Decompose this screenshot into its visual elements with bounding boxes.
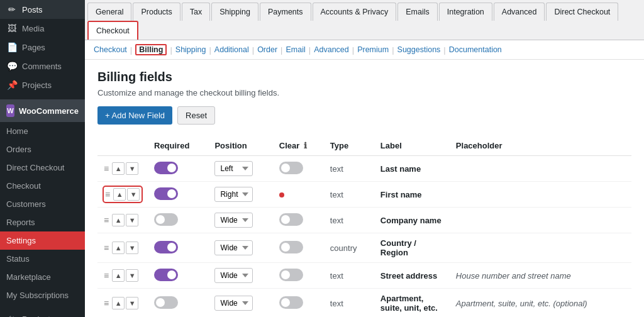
tab-payments[interactable]: Payments [260, 3, 311, 21]
position-select-last-name[interactable]: LeftRightWide [214, 161, 253, 176]
type-cell-company: text [324, 208, 374, 233]
drag-handle[interactable]: ≡ [104, 270, 109, 281]
move-up-button[interactable]: ▲ [112, 162, 125, 175]
col-controls [97, 136, 148, 156]
subtab-billing[interactable]: Billing [135, 44, 167, 55]
clear-toggle-last-name[interactable] [279, 162, 303, 174]
tab-products[interactable]: Products [133, 3, 180, 21]
move-up-button[interactable]: ▲ [112, 214, 125, 226]
tab-accounts-privacy[interactable]: Accounts & Privacy [313, 3, 397, 21]
table-row: ≡ ▲ ▼ LeftRightWidetextApartment, suite,… [97, 289, 631, 318]
comments-icon: 💬 [6, 61, 18, 71]
reset-button[interactable]: Reset [177, 106, 215, 125]
required-toggle-last-name[interactable] [154, 162, 178, 174]
move-up-button[interactable]: ▲ [113, 188, 126, 201]
sidebar-item-posts-label: Posts [22, 5, 43, 14]
required-toggle-first-name[interactable] [154, 187, 178, 200]
woo-label: WooCommerce [19, 106, 79, 116]
subtab-documentation[interactable]: Documentation [449, 45, 502, 54]
sidebar-item-direct-checkout[interactable]: Direct Checkout [0, 158, 85, 177]
clear-toggle-company[interactable] [279, 213, 303, 226]
subtab-premium[interactable]: Premium [357, 45, 389, 54]
subtab-advanced[interactable]: Advanced [314, 45, 349, 54]
required-toggle-country[interactable] [154, 241, 178, 253]
sep2: | [170, 45, 172, 55]
sidebar-item-pages[interactable]: 📄 Pages [0, 38, 85, 57]
move-up-button[interactable]: ▲ [112, 242, 125, 254]
move-up-button[interactable]: ▲ [112, 269, 125, 282]
home-label: Home [6, 126, 28, 136]
tab-shipping[interactable]: Shipping [211, 3, 258, 21]
placeholder-cell-country [450, 233, 631, 263]
move-down-button[interactable]: ▼ [126, 162, 138, 175]
tab-direct-checkout[interactable]: Direct Checkout [546, 3, 618, 21]
tab-integration[interactable]: Integration [439, 3, 492, 21]
sidebar-item-projects[interactable]: 📌 Projects [0, 75, 85, 94]
type-cell-last-name: text [324, 156, 374, 182]
drag-handle[interactable]: ≡ [104, 298, 109, 308]
subtab-suggestions[interactable]: Suggestions [397, 45, 441, 54]
sidebar-item-subscriptions[interactable]: My Subscriptions [0, 286, 85, 304]
sidebar-item-status[interactable]: Status [0, 250, 85, 268]
move-down-button[interactable]: ▼ [126, 269, 138, 282]
position-cell-last-name: LeftRightWide [208, 156, 272, 182]
sidebar-item-home[interactable]: Home [0, 122, 85, 140]
drag-handle[interactable]: ≡ [104, 215, 109, 225]
sidebar-item-marketplace[interactable]: Marketplace [0, 268, 85, 286]
reports-label: Reports [6, 218, 35, 227]
label-cell-company: Company name [374, 208, 450, 233]
sidebar-item-orders[interactable]: Orders [0, 140, 85, 158]
sidebar-item-media[interactable]: 🖼 Media [0, 19, 85, 38]
tab-checkout[interactable]: Checkout [87, 21, 138, 40]
move-down-button[interactable]: ▼ [127, 188, 140, 201]
tab-general[interactable]: General [87, 3, 131, 21]
add-new-field-button[interactable]: + Add New Field [97, 106, 172, 125]
type-cell-first-name: text [324, 182, 374, 208]
clear-toggle-street[interactable] [279, 269, 303, 281]
tab-tax[interactable]: Tax [182, 3, 210, 21]
label-cell-apartment: Apartment, suite, unit, etc. [374, 289, 450, 318]
subtab-order[interactable]: Order [257, 45, 277, 54]
drag-handle[interactable]: ≡ [104, 243, 109, 253]
clear-toggle-apartment[interactable] [279, 296, 303, 309]
clear-cell-street [273, 263, 324, 289]
drag-handle[interactable]: ≡ [104, 164, 109, 174]
tab-advanced[interactable]: Advanced [494, 3, 545, 21]
position-select-street[interactable]: LeftRightWide [214, 268, 253, 283]
tab-emails[interactable]: Emails [397, 3, 438, 21]
col-placeholder: Placeholder [450, 136, 631, 156]
position-select-company[interactable]: LeftRightWide [214, 213, 253, 228]
position-select-first-name[interactable]: LeftRightWide [214, 187, 253, 202]
drag-handle[interactable]: ≡ [105, 189, 110, 199]
move-up-button[interactable]: ▲ [112, 297, 125, 309]
sidebar-item-products[interactable]: 🛍 Products [0, 309, 85, 317]
subtab-email[interactable]: Email [286, 45, 305, 54]
page-title: Billing fields [97, 70, 631, 84]
sidebar-item-comments[interactable]: 💬 Comments [0, 57, 85, 75]
required-toggle-street[interactable] [154, 269, 178, 281]
sidebar-item-customers[interactable]: Customers [0, 195, 85, 213]
move-down-button[interactable]: ▼ [126, 297, 138, 309]
type-cell-apartment: text [324, 289, 374, 318]
sidebar-item-reports[interactable]: Reports [0, 213, 85, 231]
sidebar-item-checkout[interactable]: Checkout [0, 177, 85, 195]
required-cell-country [148, 233, 208, 263]
subtab-additional[interactable]: Additional [214, 45, 249, 54]
position-select-apartment[interactable]: LeftRightWide [214, 296, 253, 311]
clear-cell-first-name [273, 182, 324, 208]
subtab-checkout[interactable]: Checkout [94, 45, 127, 54]
sep1: | [130, 45, 132, 55]
placeholder-cell-first-name [450, 182, 631, 208]
clear-toggle-country[interactable] [279, 241, 303, 253]
move-down-button[interactable]: ▼ [126, 242, 138, 254]
move-down-button[interactable]: ▼ [126, 214, 138, 226]
sidebar-item-posts[interactable]: ✏ Posts [0, 0, 85, 19]
clear-info-icon: ℹ [304, 141, 307, 150]
required-toggle-apartment[interactable] [154, 296, 178, 309]
required-toggle-company[interactable] [154, 213, 178, 226]
subtab-shipping[interactable]: Shipping [175, 45, 206, 54]
position-select-country[interactable]: LeftRightWide [214, 240, 253, 255]
label-cell-first-name: First name [374, 182, 450, 208]
marketplace-label: Marketplace [6, 272, 51, 282]
sidebar-item-settings[interactable]: Settings [0, 231, 85, 250]
